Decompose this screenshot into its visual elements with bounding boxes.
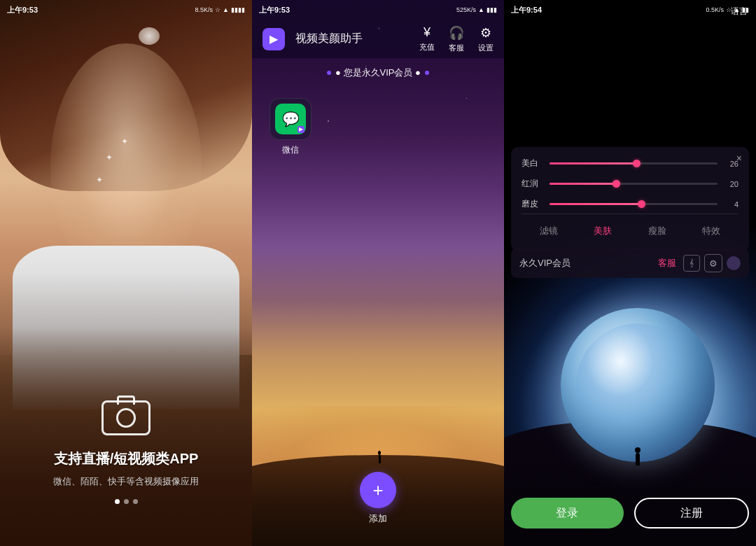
time-3: 上午9:54 <box>511 5 542 15</box>
speed-3: 0.5K/s <box>706 6 724 13</box>
logo-icon: ▶ <box>270 32 278 46</box>
slider-track-mopi[interactable] <box>550 203 718 205</box>
sparkle-3: ✦ <box>121 136 128 146</box>
beauty-tabs: 滤镜 美肤 瘦脸 特效 <box>522 214 738 241</box>
camera-lens <box>116 408 136 428</box>
tab-filter[interactable]: 滤镜 <box>534 221 564 241</box>
vip-bar-text: 永久VIP会员 <box>519 257 658 270</box>
speed-2: 525K/s <box>456 6 476 13</box>
bat-2: ▮▮▮ <box>486 6 497 13</box>
settings-button[interactable]: ⚙ 设置 <box>478 25 493 53</box>
slider-thumb-meibai <box>633 160 640 167</box>
vip-dot-right <box>425 71 429 75</box>
wechat-logo: 💬 <box>282 111 300 127</box>
add-circle-icon: + <box>360 472 396 508</box>
camera-icon <box>102 400 150 435</box>
beauty-sliders-panel: × 美白 26 红润 20 磨皮 <box>511 147 749 251</box>
vip-icon: 𝄞 <box>683 255 700 272</box>
promo-title: 支持直播/短视频类APP <box>0 449 252 468</box>
login-label: 登录 <box>556 506 578 521</box>
tab-effect[interactable]: 特效 <box>696 221 726 241</box>
sparkle-2: ✦ <box>96 175 103 185</box>
app-name-label: 视频美颜助手 <box>295 31 409 46</box>
vip-badge: ● 您是永久VIP会员 ● <box>327 66 429 79</box>
slider-fill-meibai <box>550 162 637 164</box>
slider-row-hongrun: 红润 20 <box>522 178 738 190</box>
wifi-icon-1: ▲ <box>223 6 229 13</box>
slider-fill-mopi <box>550 203 642 205</box>
status-bar-1: 上午9:53 8.5K/s ☆ ▲ ▮▮▮▮ <box>0 0 252 20</box>
add-label: 添加 <box>369 512 387 525</box>
tab-skin[interactable]: 美肤 <box>588 221 617 241</box>
status-icons-1: 8.5K/s ☆ ▲ ▮▮▮▮ <box>195 6 245 13</box>
panel2-header: 上午9:53 525K/s ▲ ▮▮▮ ▶ 视频美颜助手 ¥ 充值 🎧 客服 <box>252 0 504 58</box>
wifi-2: ▲ <box>478 6 484 13</box>
vip-toggle[interactable] <box>727 256 741 270</box>
dot-3[interactable] <box>133 499 138 504</box>
slider-row-meibai: 美白 26 <box>522 158 738 169</box>
slider-thumb-hongrun <box>612 180 620 188</box>
vip-text: ● 您是永久VIP会员 ● <box>335 66 421 79</box>
battery-icon-1: ▮▮▮▮ <box>231 6 245 13</box>
headset-icon: 🎧 <box>449 25 464 41</box>
person-head <box>635 447 640 453</box>
vip-service-link[interactable]: 客服 <box>658 257 676 270</box>
vip-info-bar: 永久VIP会员 客服 𝄞 ⚙ <box>511 248 749 278</box>
nav-actions: ¥ 充值 🎧 客服 ⚙ 设置 <box>419 25 493 53</box>
panel-promo: ✦ ✦ ✦ 上午9:53 8.5K/s ☆ ▲ ▮▮▮▮ 支持直播/短视频类AP… <box>0 0 252 546</box>
time-1: 上午9:53 <box>7 5 38 15</box>
moon-visual <box>561 308 715 462</box>
settings-icon-vip[interactable]: ⚙ <box>704 254 722 272</box>
sparkle-1: ✦ <box>106 153 113 162</box>
person-body <box>636 453 640 465</box>
close-button[interactable]: × <box>736 153 742 164</box>
slider-label-meibai: 美白 <box>522 158 542 169</box>
slider-track-hongrun[interactable] <box>550 183 718 185</box>
auth-buttons: 登录 注册 <box>511 498 749 528</box>
wechat-label: 微信 <box>282 144 299 156</box>
yen-icon: ¥ <box>424 25 430 40</box>
gear-icon: ⚙ <box>480 25 491 41</box>
vip-icon-symbol: 𝄞 <box>690 259 694 267</box>
panel2-nav: ▶ 视频美颜助手 ¥ 充值 🎧 客服 ⚙ 设置 <box>252 20 504 58</box>
apps-grid: 💬 微信 <box>262 98 318 156</box>
add-button[interactable]: + 添加 <box>360 472 396 525</box>
slider-value-hongrun: 20 <box>724 180 738 188</box>
register-button[interactable]: 注册 <box>634 498 750 528</box>
language-label: 语言 <box>731 6 748 16</box>
slider-value-mopi: 4 <box>724 200 738 209</box>
panel-app-list: 上午9:53 525K/s ▲ ▮▮▮ ▶ 视频美颜助手 ¥ 充值 🎧 客服 <box>252 0 504 546</box>
dot-1[interactable] <box>115 499 120 504</box>
language-button[interactable]: 语言 <box>731 6 748 18</box>
slider-label-mopi: 磨皮 <box>522 198 542 210</box>
slider-row-mopi: 磨皮 4 <box>522 198 738 210</box>
signal-icon-1: 8.5K/s <box>195 6 214 13</box>
promo-content: 支持直播/短视频类APP 微信、陌陌、快手等含视频摄像应用 <box>0 400 252 504</box>
dot-2[interactable] <box>124 499 129 504</box>
status-icons-2: 525K/s ▲ ▮▮▮ <box>456 6 497 13</box>
recharge-button[interactable]: ¥ 充值 <box>419 25 435 53</box>
vip-dot-left <box>327 71 331 75</box>
app-icon-wechat: 💬 <box>270 98 312 140</box>
app-item-wechat[interactable]: 💬 微信 <box>262 98 318 156</box>
promo-subtitle: 微信、陌陌、快手等含视频摄像应用 <box>0 475 252 488</box>
carousel-dots <box>0 499 252 504</box>
person-silhouette <box>635 447 640 465</box>
app-logo: ▶ <box>262 28 285 50</box>
slider-label-hongrun: 红润 <box>522 178 542 190</box>
slider-thumb-mopi <box>638 200 645 208</box>
service-button[interactable]: 🎧 客服 <box>449 25 464 53</box>
status-bar-3: 上午9:54 0.5K/s ☆ ▲ ▮▮ <box>504 0 756 20</box>
panel-beauty-controls: 上午9:54 0.5K/s ☆ ▲ ▮▮ 语言 × 美白 26 红润 <box>504 0 756 546</box>
login-button[interactable]: 登录 <box>511 498 624 528</box>
tab-face[interactable]: 瘦脸 <box>643 221 672 241</box>
bt-icon-1: ☆ <box>215 6 220 13</box>
status-bar-2: 上午9:53 525K/s ▲ ▮▮▮ <box>252 0 504 20</box>
time-2: 上午9:53 <box>259 5 290 15</box>
slider-track-meibai[interactable] <box>550 162 718 164</box>
register-label: 注册 <box>680 506 703 521</box>
slider-fill-hongrun <box>550 183 617 185</box>
wechat-icon: 💬 <box>275 104 306 134</box>
